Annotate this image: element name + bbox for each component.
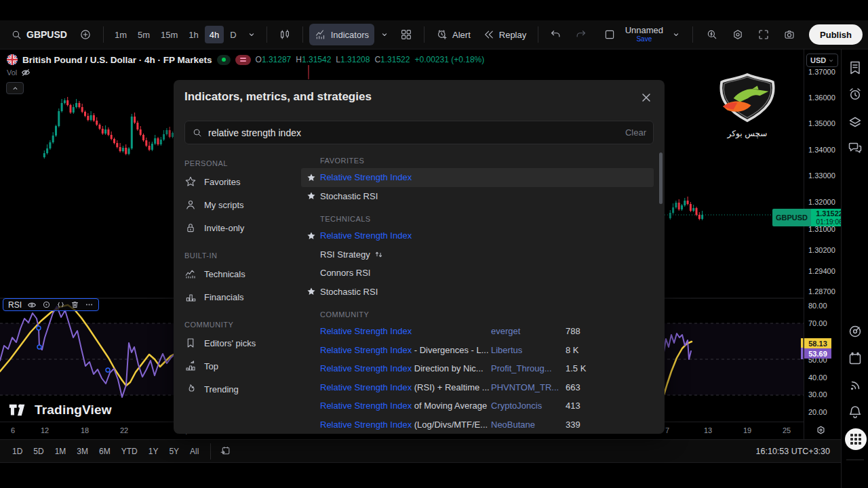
watchlist-icon[interactable] — [847, 60, 863, 76]
notifications-bell-icon[interactable] — [847, 404, 863, 420]
sidebar-item-invite-only[interactable]: Invite-only — [184, 216, 301, 239]
indicator-row[interactable]: RSI Strategy — [301, 245, 654, 264]
time-label: 7 — [665, 426, 669, 434]
price-label: 1.35000 — [808, 119, 835, 127]
timeframe-5m[interactable]: 5m — [133, 26, 155, 43]
alert-button[interactable]: Alert — [431, 24, 476, 45]
eye-hidden-icon[interactable] — [21, 68, 31, 77]
sidebar-item-my-scripts[interactable]: My scripts — [184, 193, 301, 216]
currency-dropdown[interactable]: USD — [806, 54, 838, 67]
more-options-icon[interactable] — [85, 300, 94, 309]
templates-button[interactable] — [395, 24, 418, 45]
publish-button[interactable]: Publish — [809, 24, 863, 45]
indicator-author[interactable]: Profit_Throug... — [491, 363, 566, 373]
favorite-star-icon[interactable] — [307, 287, 316, 298]
indicator-author[interactable]: Libertus — [491, 345, 566, 355]
favorite-star-icon[interactable] — [307, 231, 316, 243]
indicator-row[interactable]: Relative Strength Index (RSI) + Realtime… — [301, 378, 654, 397]
range-1y[interactable]: 1Y — [144, 444, 163, 459]
ideas-stream-icon[interactable] — [847, 378, 863, 394]
price-label: 1.29400 — [808, 267, 835, 275]
object-tree-icon[interactable] — [847, 114, 863, 130]
clock-timezone[interactable]: 16:10:53 UTC+3:30 — [756, 447, 833, 456]
sidebar-item-financials[interactable]: Financials — [184, 285, 301, 308]
layout-select-button[interactable] — [598, 24, 621, 45]
indicator-row[interactable]: Relative Strength Index of Moving Averag… — [301, 396, 654, 415]
close-button[interactable] — [639, 90, 654, 108]
toolbar-collapse-button[interactable] — [6, 82, 24, 94]
indicator-author[interactable]: NeoButane — [491, 420, 566, 430]
indicator-author[interactable]: everget — [491, 326, 566, 336]
indicator-row[interactable]: Relative Strength Index — [301, 226, 654, 245]
source-code-icon[interactable] — [56, 300, 65, 309]
indicators-dropdown[interactable] — [376, 26, 393, 43]
sidebar-item-top[interactable]: Top — [184, 354, 301, 378]
snapshot-button[interactable] — [778, 24, 801, 45]
sidebar-item-favorites[interactable]: Favorites — [184, 170, 301, 193]
range-all[interactable]: All — [186, 444, 203, 459]
indicator-row[interactable]: Stochastic RSI — [301, 283, 654, 302]
indicator-row[interactable]: Relative Strength Index - Divergences - … — [301, 341, 654, 360]
sidebar-item-trending[interactable]: Trending — [184, 378, 301, 401]
layout-dropdown[interactable] — [667, 26, 685, 43]
alert-label: Alert — [452, 30, 471, 40]
indicator-row[interactable]: Relative Strength Index — [301, 168, 654, 187]
range-1d[interactable]: 1D — [8, 444, 26, 459]
clear-search-button[interactable]: Clear — [625, 127, 646, 138]
timeframe-D[interactable]: D — [225, 26, 241, 43]
indicator-author[interactable]: CryptoJoncis — [491, 401, 566, 411]
favorite-star-icon[interactable] — [307, 191, 316, 203]
market-status-chip[interactable] — [235, 55, 251, 65]
replay-button[interactable]: Replay — [477, 24, 532, 45]
indicator-row[interactable]: Relative Strength Index Direction by Nic… — [301, 359, 654, 378]
indicator-row[interactable]: Relative Strength Index (Log/Divs/MTF/E.… — [301, 415, 654, 434]
chart-style-button[interactable] — [273, 24, 296, 45]
data-status-chip[interactable] — [217, 55, 231, 65]
layout-save-button[interactable]: Unnamed Save — [624, 26, 665, 43]
search-input[interactable] — [208, 127, 620, 138]
redo-button[interactable] — [569, 24, 592, 45]
axis-settings-icon[interactable] — [816, 425, 826, 435]
source-target-icon[interactable] — [42, 300, 51, 309]
timeframe-1h[interactable]: 1h — [184, 26, 203, 43]
undo-button[interactable] — [545, 24, 568, 45]
quick-search-button[interactable] — [701, 24, 724, 45]
range-1m[interactable]: 1M — [51, 444, 71, 459]
range-ytd[interactable]: YTD — [117, 444, 142, 459]
screener-radar-icon[interactable] — [847, 323, 863, 340]
sidebar-item-technicals[interactable]: Technicals — [184, 262, 301, 285]
eye-icon[interactable] — [27, 300, 37, 310]
settings-button[interactable] — [726, 24, 749, 45]
timeframe-dropdown[interactable] — [243, 26, 260, 43]
indicator-row[interactable]: Relative Strength Indexeverget788 — [301, 322, 654, 341]
indicator-author[interactable]: PHVNTOM_TR... — [491, 382, 566, 392]
range-5y[interactable]: 5Y — [165, 444, 183, 459]
delete-icon[interactable] — [71, 300, 79, 309]
price-scale[interactable]: 1.370001.360001.350001.340001.330001.320… — [804, 49, 841, 439]
scrollbar-thumb[interactable] — [659, 152, 663, 204]
alerts-icon[interactable] — [847, 86, 863, 102]
chat-icon[interactable] — [847, 140, 863, 156]
symbol-search-button[interactable]: GBPUSD — [5, 24, 73, 45]
apps-grid-icon — [850, 434, 861, 445]
tradingview-logo[interactable]: TradingView — [9, 403, 112, 418]
favorite-star-icon[interactable] — [307, 173, 316, 184]
fullscreen-button[interactable] — [752, 24, 775, 45]
compare-add-button[interactable] — [74, 24, 97, 45]
range-3m[interactable]: 3M — [73, 444, 92, 459]
timeframe-15m[interactable]: 15m — [156, 26, 182, 43]
indicator-title: Relative Strength Index — [320, 326, 491, 336]
calendar-icon[interactable] — [847, 350, 863, 367]
sidebar-item-editors-picks[interactable]: Editors' picks — [184, 331, 301, 354]
symbol-title[interactable]: British Pound / U.S. Dollar · 4h · FP Ma… — [22, 55, 212, 65]
indicator-row[interactable]: Stochastic RSI — [301, 187, 654, 206]
rsi-pane-legend[interactable]: RSI — [3, 298, 99, 311]
range-6m[interactable]: 6M — [95, 444, 115, 459]
timeframe-1m[interactable]: 1m — [110, 26, 132, 43]
indicators-button[interactable]: Indicators — [309, 24, 374, 45]
timeframe-4h[interactable]: 4h — [205, 26, 224, 43]
range-5d[interactable]: 5D — [29, 444, 47, 459]
goto-date-icon[interactable] — [220, 445, 231, 457]
apps-menu-button[interactable] — [845, 428, 867, 450]
indicator-row[interactable]: Connors RSI — [301, 264, 654, 283]
